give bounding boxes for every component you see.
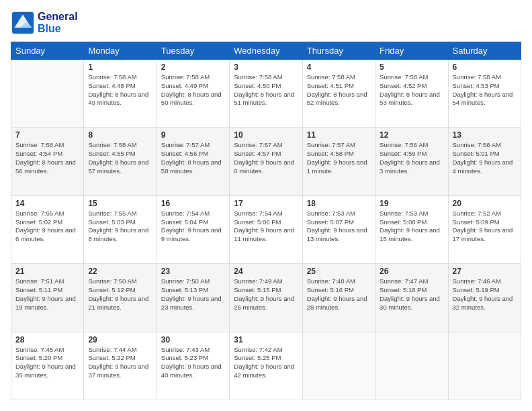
day-info: Sunrise: 7:58 AMSunset: 4:51 PMDaylight:…	[307, 73, 371, 107]
calendar-cell: 28Sunrise: 7:45 AMSunset: 5:20 PMDayligh…	[11, 332, 84, 400]
calendar-cell: 29Sunrise: 7:44 AMSunset: 5:22 PMDayligh…	[84, 332, 157, 400]
header: General Blue	[11, 11, 521, 35]
calendar-cell: 25Sunrise: 7:48 AMSunset: 5:16 PMDayligh…	[302, 264, 375, 332]
calendar-cell	[302, 332, 375, 400]
day-number: 8	[88, 130, 152, 140]
day-number: 9	[161, 130, 225, 140]
calendar-cell: 9Sunrise: 7:57 AMSunset: 4:56 PMDaylight…	[157, 128, 229, 195]
day-info: Sunrise: 7:57 AMSunset: 4:57 PMDaylight:…	[234, 141, 298, 175]
calendar-cell: 20Sunrise: 7:52 AMSunset: 5:09 PMDayligh…	[448, 195, 521, 263]
day-number: 22	[88, 267, 152, 276]
day-info: Sunrise: 7:53 AMSunset: 5:07 PMDaylight:…	[307, 210, 371, 244]
day-number: 11	[307, 130, 371, 140]
day-number: 1	[88, 62, 152, 72]
calendar-cell: 6Sunrise: 7:58 AMSunset: 4:53 PMDaylight…	[448, 60, 521, 128]
calendar-cell: 12Sunrise: 7:56 AMSunset: 4:59 PMDayligh…	[375, 128, 448, 195]
day-number: 18	[307, 199, 371, 208]
calendar-cell: 1Sunrise: 7:58 AMSunset: 4:48 PMDaylight…	[84, 60, 157, 128]
day-number: 3	[234, 62, 298, 72]
day-number: 27	[453, 267, 517, 276]
calendar-cell: 22Sunrise: 7:50 AMSunset: 5:12 PMDayligh…	[84, 264, 157, 332]
day-info: Sunrise: 7:44 AMSunset: 5:22 PMDaylight:…	[88, 346, 152, 380]
day-info: Sunrise: 7:54 AMSunset: 5:04 PMDaylight:…	[161, 210, 225, 244]
day-info: Sunrise: 7:50 AMSunset: 5:12 PMDaylight:…	[88, 277, 152, 312]
calendar-cell: 2Sunrise: 7:58 AMSunset: 4:49 PMDaylight…	[157, 60, 229, 128]
weekday-friday: Friday	[375, 42, 448, 60]
day-number: 20	[453, 199, 517, 208]
day-info: Sunrise: 7:43 AMSunset: 5:23 PMDaylight:…	[161, 346, 225, 380]
weekday-monday: Monday	[84, 42, 157, 60]
day-number: 25	[307, 267, 371, 276]
calendar-cell: 18Sunrise: 7:53 AMSunset: 5:07 PMDayligh…	[302, 195, 375, 263]
day-info: Sunrise: 7:51 AMSunset: 5:11 PMDaylight:…	[15, 277, 79, 312]
weekday-thursday: Thursday	[302, 42, 375, 60]
day-info: Sunrise: 7:56 AMSunset: 4:59 PMDaylight:…	[380, 141, 443, 175]
calendar-cell	[375, 332, 448, 400]
calendar-cell: 5Sunrise: 7:58 AMSunset: 4:52 PMDaylight…	[375, 60, 448, 128]
day-info: Sunrise: 7:58 AMSunset: 4:49 PMDaylight:…	[161, 73, 225, 107]
calendar-cell: 13Sunrise: 7:56 AMSunset: 5:01 PMDayligh…	[448, 128, 521, 195]
day-number: 19	[380, 199, 443, 208]
calendar-cell: 21Sunrise: 7:51 AMSunset: 5:11 PMDayligh…	[11, 264, 84, 332]
day-info: Sunrise: 7:54 AMSunset: 5:06 PMDaylight:…	[234, 210, 298, 244]
calendar-cell: 23Sunrise: 7:50 AMSunset: 5:13 PMDayligh…	[157, 264, 229, 332]
day-info: Sunrise: 7:42 AMSunset: 5:25 PMDaylight:…	[234, 346, 298, 380]
calendar-cell: 30Sunrise: 7:43 AMSunset: 5:23 PMDayligh…	[157, 332, 229, 400]
week-row-2: 7Sunrise: 7:58 AMSunset: 4:54 PMDaylight…	[11, 128, 521, 195]
week-row-4: 21Sunrise: 7:51 AMSunset: 5:11 PMDayligh…	[11, 264, 521, 332]
day-number: 17	[234, 199, 298, 208]
page: General Blue SundayMondayTuesdayWednesda…	[0, 0, 532, 411]
day-number: 7	[15, 130, 79, 140]
calendar-cell: 14Sunrise: 7:55 AMSunset: 5:02 PMDayligh…	[11, 195, 84, 263]
calendar-cell: 11Sunrise: 7:57 AMSunset: 4:58 PMDayligh…	[302, 128, 375, 195]
day-info: Sunrise: 7:46 AMSunset: 5:19 PMDaylight:…	[453, 277, 517, 312]
week-row-1: 1Sunrise: 7:58 AMSunset: 4:48 PMDaylight…	[11, 60, 521, 128]
calendar-table: SundayMondayTuesdayWednesdayThursdayFrid…	[11, 42, 521, 400]
day-number: 26	[380, 267, 443, 276]
calendar-cell: 16Sunrise: 7:54 AMSunset: 5:04 PMDayligh…	[157, 195, 229, 263]
day-number: 31	[234, 335, 298, 345]
day-number: 2	[161, 62, 225, 72]
day-info: Sunrise: 7:58 AMSunset: 4:50 PMDaylight:…	[234, 73, 298, 107]
weekday-saturday: Saturday	[448, 42, 521, 60]
calendar-cell: 17Sunrise: 7:54 AMSunset: 5:06 PMDayligh…	[230, 195, 302, 263]
logo-icon	[11, 11, 35, 35]
day-number: 15	[88, 199, 152, 208]
day-number: 12	[380, 130, 443, 140]
weekday-tuesday: Tuesday	[157, 42, 229, 60]
day-info: Sunrise: 7:55 AMSunset: 5:02 PMDaylight:…	[15, 210, 79, 244]
day-number: 10	[234, 130, 298, 140]
week-row-3: 14Sunrise: 7:55 AMSunset: 5:02 PMDayligh…	[11, 195, 521, 263]
day-info: Sunrise: 7:58 AMSunset: 4:55 PMDaylight:…	[88, 141, 152, 175]
day-info: Sunrise: 7:45 AMSunset: 5:20 PMDaylight:…	[15, 346, 79, 380]
calendar-cell	[11, 60, 84, 128]
day-info: Sunrise: 7:58 AMSunset: 4:53 PMDaylight:…	[453, 73, 517, 107]
weekday-sunday: Sunday	[11, 42, 84, 60]
day-info: Sunrise: 7:58 AMSunset: 4:48 PMDaylight:…	[88, 73, 152, 107]
day-info: Sunrise: 7:53 AMSunset: 5:08 PMDaylight:…	[380, 210, 443, 244]
day-number: 5	[380, 62, 443, 72]
day-number: 30	[161, 335, 225, 345]
calendar-cell: 24Sunrise: 7:49 AMSunset: 5:15 PMDayligh…	[230, 264, 302, 332]
calendar-cell: 4Sunrise: 7:58 AMSunset: 4:51 PMDaylight…	[302, 60, 375, 128]
day-number: 13	[453, 130, 517, 140]
calendar-cell: 3Sunrise: 7:58 AMSunset: 4:50 PMDaylight…	[230, 60, 302, 128]
day-number: 29	[88, 335, 152, 345]
day-info: Sunrise: 7:50 AMSunset: 5:13 PMDaylight:…	[161, 277, 225, 312]
day-number: 28	[15, 335, 79, 345]
day-info: Sunrise: 7:55 AMSunset: 5:03 PMDaylight:…	[88, 210, 152, 244]
calendar-cell: 19Sunrise: 7:53 AMSunset: 5:08 PMDayligh…	[375, 195, 448, 263]
calendar-cell: 15Sunrise: 7:55 AMSunset: 5:03 PMDayligh…	[84, 195, 157, 263]
day-info: Sunrise: 7:58 AMSunset: 4:52 PMDaylight:…	[380, 73, 443, 107]
week-row-5: 28Sunrise: 7:45 AMSunset: 5:20 PMDayligh…	[11, 332, 521, 400]
day-info: Sunrise: 7:58 AMSunset: 4:54 PMDaylight:…	[15, 141, 79, 175]
calendar-cell: 26Sunrise: 7:47 AMSunset: 5:18 PMDayligh…	[375, 264, 448, 332]
day-number: 6	[453, 62, 517, 72]
day-number: 21	[15, 267, 79, 276]
day-info: Sunrise: 7:57 AMSunset: 4:58 PMDaylight:…	[307, 141, 371, 175]
day-number: 23	[161, 267, 225, 276]
day-number: 14	[15, 199, 79, 208]
calendar-cell: 31Sunrise: 7:42 AMSunset: 5:25 PMDayligh…	[230, 332, 302, 400]
day-info: Sunrise: 7:48 AMSunset: 5:16 PMDaylight:…	[307, 277, 371, 312]
weekday-header-row: SundayMondayTuesdayWednesdayThursdayFrid…	[11, 42, 521, 60]
